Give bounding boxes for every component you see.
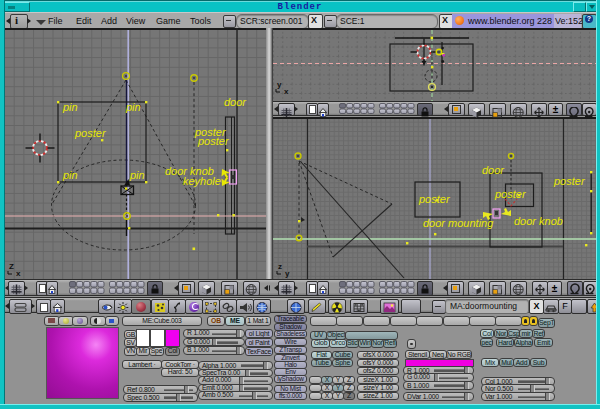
svg-text:y: y <box>277 80 282 89</box>
svg-text:y: y <box>285 269 290 278</box>
svg-text:door: door <box>482 164 505 176</box>
svg-text:z: z <box>278 262 282 271</box>
svg-text:poster: poster <box>494 188 527 200</box>
svg-text:pin: pin <box>62 101 78 113</box>
svg-text:pin: pin <box>125 101 141 113</box>
svg-text:x: x <box>284 87 289 96</box>
svg-text:poster: poster <box>553 175 586 187</box>
svg-text:poster: poster <box>418 193 451 205</box>
svg-text:x: x <box>16 269 21 278</box>
svg-text:door knob: door knob <box>514 215 563 227</box>
svg-text:poster: poster <box>74 127 107 139</box>
svg-text:door: door <box>224 96 247 108</box>
svg-text:Z: Z <box>9 262 14 271</box>
svg-text:pin: pin <box>62 169 78 181</box>
svg-text:keyhole: keyhole <box>183 175 221 187</box>
svg-text:poster: poster <box>197 135 230 147</box>
svg-text:pin: pin <box>129 169 145 181</box>
svg-text:door mounting: door mounting <box>423 217 494 229</box>
